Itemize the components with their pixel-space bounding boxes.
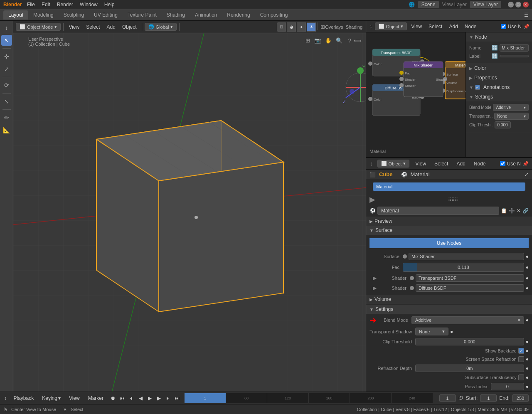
next-frame-btn[interactable]: ⏵ bbox=[164, 394, 172, 402]
expand-icon[interactable]: ⟺ bbox=[353, 37, 362, 44]
end-frame-input[interactable]: 250 bbox=[512, 394, 529, 402]
tab-animation[interactable]: Animation bbox=[190, 10, 222, 20]
node-view-menu[interactable]: View bbox=[409, 23, 424, 30]
fac-input[interactable]: 0.118 bbox=[403, 263, 524, 272]
tab-rendering[interactable]: Rendering bbox=[222, 10, 255, 20]
move-tool[interactable]: ⤢ bbox=[1, 64, 12, 74]
annotate-tool[interactable]: ✏ bbox=[1, 112, 12, 123]
menu-render[interactable]: Render bbox=[57, 2, 73, 7]
node-pin-icon[interactable]: 📌 bbox=[523, 24, 530, 30]
tab-compositing[interactable]: Compositing bbox=[255, 10, 293, 20]
node-canvas[interactable]: Transparent BSDF Color BSDF Diffuse BSDF… bbox=[366, 32, 466, 157]
measure-tool[interactable]: 📐 bbox=[1, 125, 12, 136]
menu-window[interactable]: Window bbox=[80, 2, 98, 7]
blend-mode-dropdown[interactable]: Additive ▾ bbox=[493, 104, 529, 111]
shader2-expand[interactable]: ▶ bbox=[373, 285, 377, 291]
node-section-header[interactable]: ▼ Node bbox=[466, 32, 532, 42]
surface-section-header[interactable]: ▼ Surface bbox=[366, 226, 532, 235]
viewport-view-menu[interactable]: View bbox=[66, 23, 82, 31]
record-btn[interactable]: ⏺ bbox=[109, 394, 117, 402]
viewport-select-menu[interactable]: Select bbox=[84, 23, 102, 31]
transparency-dropdown[interactable]: None ▾ bbox=[494, 113, 529, 120]
settings-section-header[interactable]: ▼ Settings bbox=[466, 92, 532, 101]
blend-mode-dropdown-mat[interactable]: Additive ▾ bbox=[411, 316, 524, 324]
use-nodes-checkbox[interactable] bbox=[501, 24, 506, 29]
show-backface-checkbox[interactable]: ✓ bbox=[518, 348, 524, 354]
view-layer-name[interactable]: View Layer bbox=[470, 1, 501, 8]
menu-help[interactable]: Help bbox=[104, 2, 115, 7]
use-nodes-btn[interactable]: Use Nodes bbox=[369, 238, 529, 248]
color-section-header[interactable]: ▶ Color bbox=[466, 64, 532, 73]
scale-tool[interactable]: ⤡ bbox=[1, 96, 12, 107]
tab-modeling[interactable]: Modeling bbox=[28, 10, 59, 20]
select-tool[interactable]: ↖ bbox=[1, 35, 12, 46]
annotations-section-header[interactable]: ▼ ✓ Annotations bbox=[466, 83, 532, 92]
playback-menu[interactable]: Playback bbox=[11, 394, 37, 402]
timeline-mode-icon[interactable]: ↕ bbox=[3, 394, 8, 402]
material-list-item[interactable]: Material bbox=[373, 182, 525, 191]
material-expand-arrow[interactable]: ▶ bbox=[369, 195, 375, 204]
tab-texture-paint[interactable]: Texture Paint bbox=[123, 10, 162, 20]
play-btn[interactable]: ▶ bbox=[146, 394, 153, 402]
node-object-mode[interactable]: ⬜ Object ▾ bbox=[375, 22, 407, 30]
mode-selector[interactable]: ↕ bbox=[1, 22, 12, 33]
timeline-ruler[interactable]: 1 60 120 160 200 240 bbox=[184, 393, 433, 403]
skip-start-btn[interactable]: ⏮ bbox=[118, 394, 126, 402]
hand-icon[interactable]: ✋ bbox=[324, 37, 332, 44]
overlays-btn[interactable]: ⊞ Overlays bbox=[320, 22, 344, 32]
material-btn[interactable]: ● bbox=[297, 22, 306, 32]
subsurface-translucency-checkbox[interactable] bbox=[518, 375, 524, 380]
skip-end-btn[interactable]: ⏭ bbox=[173, 394, 181, 402]
question-icon[interactable]: ? bbox=[347, 37, 352, 44]
annotations-checkbox[interactable]: ✓ bbox=[475, 85, 480, 90]
rendered-btn[interactable]: ☀ bbox=[307, 22, 316, 32]
grid-icon[interactable]: ⊞ bbox=[305, 37, 311, 44]
viewport[interactable]: ⬜ Object Mode ▾ View Select Add Object 🌐… bbox=[13, 21, 366, 392]
timeline-view-menu[interactable]: View bbox=[66, 394, 82, 402]
viewport-add-menu[interactable]: Add bbox=[104, 23, 118, 31]
menu-file[interactable]: File bbox=[27, 2, 35, 7]
object-mode-dropdown[interactable]: ⬜ Object Mode ▾ bbox=[16, 23, 61, 31]
close-btn[interactable]: ✕ bbox=[523, 2, 529, 7]
volume-section-header[interactable]: ▶ Volume bbox=[366, 295, 532, 304]
zoom-icon[interactable]: 🔍 bbox=[335, 37, 343, 44]
props-select-menu[interactable]: Select bbox=[432, 160, 451, 168]
menu-edit[interactable]: Edit bbox=[42, 2, 50, 7]
pass-index-input[interactable]: 0 bbox=[491, 383, 524, 390]
properties-section-header[interactable]: ▶ Properties bbox=[466, 73, 532, 82]
start-frame-input[interactable]: 1 bbox=[480, 394, 497, 402]
next-keyframe-btn[interactable]: ▶ bbox=[155, 394, 163, 402]
tab-uv-editing[interactable]: UV Editing bbox=[89, 10, 123, 20]
tab-shading[interactable]: Shading bbox=[162, 10, 190, 20]
node-add-menu[interactable]: Add bbox=[446, 23, 460, 30]
keying-menu[interactable]: Keying▾ bbox=[39, 394, 63, 402]
material-new-icon[interactable]: ➕ bbox=[509, 208, 515, 214]
props-pin-icon[interactable]: 📌 bbox=[522, 161, 529, 167]
clip-threshold-input[interactable]: 0.000 bbox=[415, 338, 524, 345]
node-select-menu[interactable]: Select bbox=[426, 23, 445, 30]
material-delete-icon[interactable]: ✕ bbox=[517, 208, 521, 214]
scene-name[interactable]: Scene bbox=[418, 1, 439, 8]
material-copy-icon[interactable]: 📋 bbox=[501, 208, 507, 214]
props-node-menu[interactable]: Node bbox=[471, 160, 488, 168]
refraction-depth-input[interactable]: 0m bbox=[415, 365, 524, 372]
transparent-shadow-dropdown[interactable]: None ▾ bbox=[415, 328, 448, 335]
tab-layout[interactable]: Layout bbox=[3, 10, 28, 20]
props-view-menu[interactable]: View bbox=[413, 160, 429, 168]
cursor-tool[interactable]: ✛ bbox=[1, 51, 12, 62]
prev-frame-btn[interactable]: ⏴ bbox=[128, 394, 135, 402]
props-use-nodes-checkbox[interactable] bbox=[500, 161, 505, 166]
props-add-menu[interactable]: Add bbox=[454, 160, 468, 168]
node-mode-icon[interactable]: ↕ bbox=[369, 22, 373, 30]
current-frame-input[interactable]: 1 bbox=[439, 394, 456, 402]
preview-section-header[interactable]: ▶ Preview bbox=[366, 217, 532, 226]
props-object-mode[interactable]: ⬜ Object ▾ bbox=[377, 160, 410, 168]
viewport-3d[interactable]: X Y Z User Perspective (1) Collection | … bbox=[13, 21, 366, 392]
shader1-expand[interactable]: ▶ bbox=[373, 275, 377, 281]
marker-menu[interactable]: Marker bbox=[86, 394, 106, 402]
clip-thresh-input[interactable]: 0.000 bbox=[495, 121, 511, 128]
surface-shader-input[interactable]: Mix Shader bbox=[409, 253, 524, 260]
prev-keyframe-btn[interactable]: ◀ bbox=[137, 394, 144, 402]
transform-tool[interactable]: ⟳ bbox=[1, 80, 12, 91]
shader2-input[interactable]: Diffuse BSDF bbox=[416, 284, 524, 292]
